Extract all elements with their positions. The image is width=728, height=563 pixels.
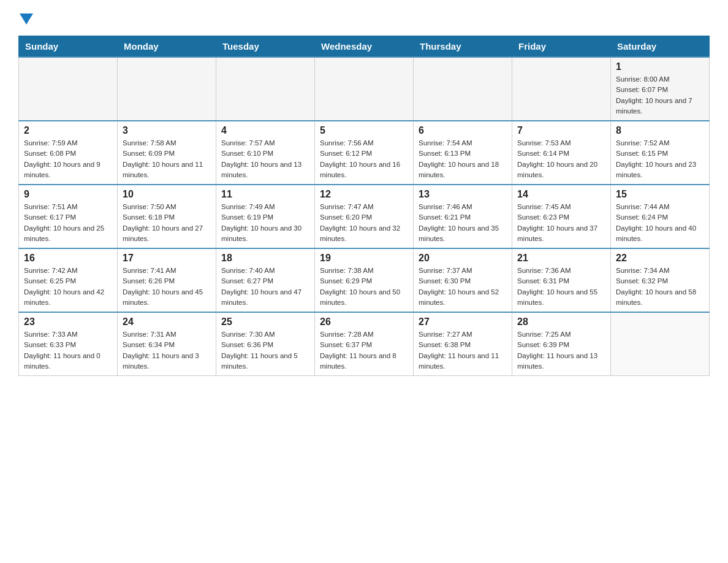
calendar-cell: [611, 312, 710, 376]
day-info: Sunrise: 7:56 AMSunset: 6:12 PMDaylight:…: [320, 138, 408, 180]
calendar-week-row: 1Sunrise: 8:00 AMSunset: 6:07 PMDaylight…: [19, 57, 710, 121]
day-info: Sunrise: 7:47 AMSunset: 6:20 PMDaylight:…: [320, 202, 408, 244]
day-number: 24: [123, 316, 211, 327]
calendar-cell: 12Sunrise: 7:47 AMSunset: 6:20 PMDayligh…: [315, 185, 414, 248]
calendar-cell: 25Sunrise: 7:30 AMSunset: 6:36 PMDayligh…: [216, 312, 315, 376]
day-number: 5: [320, 125, 408, 136]
calendar-cell: 13Sunrise: 7:46 AMSunset: 6:21 PMDayligh…: [414, 185, 512, 248]
day-number: 8: [616, 125, 704, 136]
calendar-cell: 8Sunrise: 7:52 AMSunset: 6:15 PMDaylight…: [611, 121, 710, 185]
calendar-cell: 16Sunrise: 7:42 AMSunset: 6:25 PMDayligh…: [19, 248, 118, 312]
day-number: 20: [419, 253, 507, 264]
day-number: 10: [123, 189, 211, 200]
day-number: 22: [616, 253, 704, 264]
calendar-body: 1Sunrise: 8:00 AMSunset: 6:07 PMDaylight…: [19, 57, 710, 376]
calendar-cell: 17Sunrise: 7:41 AMSunset: 6:26 PMDayligh…: [118, 248, 216, 312]
calendar-cell: 19Sunrise: 7:38 AMSunset: 6:29 PMDayligh…: [315, 248, 414, 312]
day-info: Sunrise: 7:31 AMSunset: 6:34 PMDaylight:…: [123, 329, 211, 372]
calendar-cell: 2Sunrise: 7:59 AMSunset: 6:08 PMDaylight…: [19, 121, 118, 185]
calendar-cell: 26Sunrise: 7:28 AMSunset: 6:37 PMDayligh…: [315, 312, 414, 376]
day-info: Sunrise: 7:38 AMSunset: 6:29 PMDaylight:…: [320, 266, 408, 308]
day-info: Sunrise: 7:49 AMSunset: 6:19 PMDaylight:…: [221, 202, 309, 244]
day-info: Sunrise: 7:59 AMSunset: 6:08 PMDaylight:…: [24, 138, 112, 180]
day-number: 13: [419, 189, 507, 200]
day-of-week-header: Wednesday: [315, 36, 414, 58]
calendar-cell: 7Sunrise: 7:53 AMSunset: 6:14 PMDaylight…: [512, 121, 611, 185]
day-number: 9: [24, 189, 112, 200]
day-info: Sunrise: 7:51 AMSunset: 6:17 PMDaylight:…: [24, 202, 112, 244]
calendar-week-row: 23Sunrise: 7:33 AMSunset: 6:33 PMDayligh…: [19, 312, 710, 376]
calendar-cell: 11Sunrise: 7:49 AMSunset: 6:19 PMDayligh…: [216, 185, 315, 248]
day-number: 14: [517, 189, 605, 200]
day-number: 25: [221, 316, 309, 327]
logo: [18, 12, 33, 25]
day-number: 11: [221, 189, 309, 200]
day-info: Sunrise: 7:37 AMSunset: 6:30 PMDaylight:…: [419, 266, 507, 308]
calendar-cell: 27Sunrise: 7:27 AMSunset: 6:38 PMDayligh…: [414, 312, 512, 376]
day-info: Sunrise: 7:30 AMSunset: 6:36 PMDaylight:…: [221, 329, 309, 372]
calendar-cell: 6Sunrise: 7:54 AMSunset: 6:13 PMDaylight…: [414, 121, 512, 185]
calendar-week-row: 2Sunrise: 7:59 AMSunset: 6:08 PMDaylight…: [19, 121, 710, 185]
calendar-cell: [315, 57, 414, 121]
day-of-week-header: Sunday: [19, 36, 118, 58]
day-of-week-header: Monday: [118, 36, 216, 58]
day-number: 12: [320, 189, 408, 200]
day-info: Sunrise: 7:54 AMSunset: 6:13 PMDaylight:…: [419, 138, 507, 180]
calendar-cell: 1Sunrise: 8:00 AMSunset: 6:07 PMDaylight…: [611, 57, 710, 121]
day-info: Sunrise: 7:41 AMSunset: 6:26 PMDaylight:…: [123, 266, 211, 308]
day-info: Sunrise: 7:45 AMSunset: 6:23 PMDaylight:…: [517, 202, 605, 244]
day-number: 21: [517, 253, 605, 264]
calendar-cell: 5Sunrise: 7:56 AMSunset: 6:12 PMDaylight…: [315, 121, 414, 185]
day-number: 23: [24, 316, 112, 327]
day-info: Sunrise: 7:40 AMSunset: 6:27 PMDaylight:…: [221, 266, 309, 308]
calendar-cell: 23Sunrise: 7:33 AMSunset: 6:33 PMDayligh…: [19, 312, 118, 376]
calendar-header: SundayMondayTuesdayWednesdayThursdayFrid…: [19, 36, 710, 58]
calendar-cell: [118, 57, 216, 121]
calendar-week-row: 16Sunrise: 7:42 AMSunset: 6:25 PMDayligh…: [19, 248, 710, 312]
day-number: 28: [517, 316, 605, 327]
calendar-cell: [19, 57, 118, 121]
calendar-cell: 9Sunrise: 7:51 AMSunset: 6:17 PMDaylight…: [19, 185, 118, 248]
page-header: [18, 12, 710, 25]
day-of-week-header: Tuesday: [216, 36, 315, 58]
day-info: Sunrise: 7:44 AMSunset: 6:24 PMDaylight:…: [616, 202, 704, 244]
calendar-cell: 24Sunrise: 7:31 AMSunset: 6:34 PMDayligh…: [118, 312, 216, 376]
calendar-cell: [414, 57, 512, 121]
days-of-week-row: SundayMondayTuesdayWednesdayThursdayFrid…: [19, 36, 710, 58]
day-number: 1: [616, 61, 704, 72]
day-info: Sunrise: 7:33 AMSunset: 6:33 PMDaylight:…: [24, 329, 112, 372]
day-number: 26: [320, 316, 408, 327]
calendar-cell: 15Sunrise: 7:44 AMSunset: 6:24 PMDayligh…: [611, 185, 710, 248]
calendar-cell: 21Sunrise: 7:36 AMSunset: 6:31 PMDayligh…: [512, 248, 611, 312]
day-number: 19: [320, 253, 408, 264]
day-number: 7: [517, 125, 605, 136]
day-number: 4: [221, 125, 309, 136]
calendar-cell: 28Sunrise: 7:25 AMSunset: 6:39 PMDayligh…: [512, 312, 611, 376]
calendar-table: SundayMondayTuesdayWednesdayThursdayFrid…: [18, 36, 710, 376]
day-info: Sunrise: 7:52 AMSunset: 6:15 PMDaylight:…: [616, 138, 704, 180]
calendar-cell: [216, 57, 315, 121]
day-of-week-header: Thursday: [414, 36, 512, 58]
day-info: Sunrise: 7:42 AMSunset: 6:25 PMDaylight:…: [24, 266, 112, 308]
day-info: Sunrise: 7:53 AMSunset: 6:14 PMDaylight:…: [517, 138, 605, 180]
day-info: Sunrise: 8:00 AMSunset: 6:07 PMDaylight:…: [616, 74, 704, 117]
calendar-cell: 10Sunrise: 7:50 AMSunset: 6:18 PMDayligh…: [118, 185, 216, 248]
day-number: 27: [419, 316, 507, 327]
svg-marker-0: [20, 13, 33, 25]
day-info: Sunrise: 7:27 AMSunset: 6:38 PMDaylight:…: [419, 329, 507, 372]
day-number: 6: [419, 125, 507, 136]
day-info: Sunrise: 7:34 AMSunset: 6:32 PMDaylight:…: [616, 266, 704, 308]
day-number: 18: [221, 253, 309, 264]
day-number: 16: [24, 253, 112, 264]
day-info: Sunrise: 7:58 AMSunset: 6:09 PMDaylight:…: [123, 138, 211, 180]
day-number: 15: [616, 189, 704, 200]
calendar-cell: 22Sunrise: 7:34 AMSunset: 6:32 PMDayligh…: [611, 248, 710, 312]
calendar-cell: [512, 57, 611, 121]
calendar-cell: 18Sunrise: 7:40 AMSunset: 6:27 PMDayligh…: [216, 248, 315, 312]
day-info: Sunrise: 7:50 AMSunset: 6:18 PMDaylight:…: [123, 202, 211, 244]
day-number: 2: [24, 125, 112, 136]
calendar-week-row: 9Sunrise: 7:51 AMSunset: 6:17 PMDaylight…: [19, 185, 710, 248]
day-info: Sunrise: 7:28 AMSunset: 6:37 PMDaylight:…: [320, 329, 408, 372]
day-of-week-header: Saturday: [611, 36, 710, 58]
day-info: Sunrise: 7:57 AMSunset: 6:10 PMDaylight:…: [221, 138, 309, 180]
